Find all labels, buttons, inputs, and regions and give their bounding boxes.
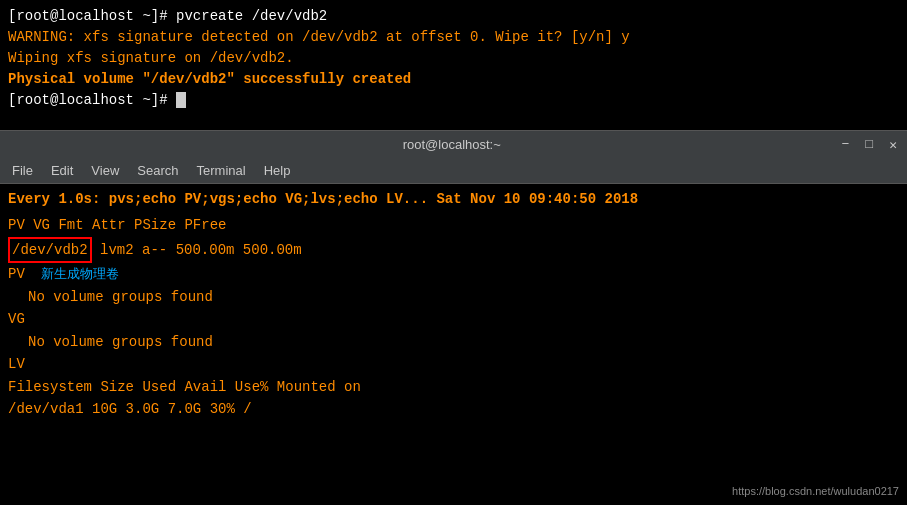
menu-help[interactable]: Help bbox=[256, 161, 299, 180]
menu-terminal[interactable]: Terminal bbox=[189, 161, 254, 180]
window-buttons[interactable]: − □ ✕ bbox=[838, 137, 901, 153]
close-button[interactable]: ✕ bbox=[885, 137, 901, 153]
warning-line-1: WARNING: xfs signature detected on /dev/… bbox=[8, 27, 899, 48]
no-vg-groups: No volume groups found bbox=[28, 331, 899, 353]
pv-annotation: 新生成物理卷 bbox=[41, 267, 119, 282]
top-terminal: [root@localhost ~]# pvcreate /dev/vdb2 W… bbox=[0, 0, 907, 130]
no-pv-groups: No volume groups found bbox=[28, 286, 899, 308]
menu-file[interactable]: File bbox=[4, 161, 41, 180]
bottom-terminal: Every 1.0s: pvs;echo PV;vgs;echo VG;lvs;… bbox=[0, 184, 907, 505]
lv-section-label: LV bbox=[8, 353, 899, 375]
pv-device: /dev/vdb2 bbox=[8, 237, 92, 263]
menu-search[interactable]: Search bbox=[129, 161, 186, 180]
window-title: root@localhost:~ bbox=[66, 137, 838, 152]
cmd-line-1: [root@localhost ~]# pvcreate /dev/vdb2 bbox=[8, 6, 899, 27]
vg-section-label: VG bbox=[8, 308, 899, 330]
window-chrome: root@localhost:~ − □ ✕ bbox=[0, 130, 907, 158]
menu-bar: File Edit View Search Terminal Help bbox=[0, 158, 907, 184]
prompt-line-2: [root@localhost ~]# bbox=[8, 90, 899, 111]
pv-table: PV VG Fmt Attr PSize PFree /dev/vdb2 lvm… bbox=[8, 214, 899, 263]
pv-section-label: PV bbox=[8, 266, 25, 282]
menu-view[interactable]: View bbox=[83, 161, 127, 180]
pv-header-row: PV VG Fmt Attr PSize PFree bbox=[8, 214, 899, 236]
watermark: https://blog.csdn.net/wuludan0217 bbox=[732, 483, 899, 501]
pv-label-row: PV 新生成物理卷 bbox=[8, 263, 899, 286]
minimize-button[interactable]: − bbox=[838, 137, 854, 153]
success-line: Physical volume "/dev/vdb2" successfully… bbox=[8, 69, 899, 90]
fs-row: /dev/vda1 10G 3.0G 7.0G 30% / bbox=[8, 398, 899, 420]
prompt-2: [root@localhost ~]# bbox=[8, 92, 176, 108]
watch-line: Every 1.0s: pvs;echo PV;vgs;echo VG;lvs;… bbox=[8, 188, 899, 210]
warning-line-2: Wiping xfs signature on /dev/vdb2. bbox=[8, 48, 899, 69]
menu-edit[interactable]: Edit bbox=[43, 161, 81, 180]
fs-header: Filesystem Size Used Avail Use% Mounted … bbox=[8, 376, 899, 398]
pv-data-row: /dev/vdb2 lvm2 a-- 500.00m 500.00m bbox=[8, 237, 899, 263]
pv-rest: lvm2 a-- 500.00m 500.00m bbox=[92, 242, 302, 258]
prompt-1: [root@localhost ~]# pvcreate /dev/vdb2 bbox=[8, 8, 327, 24]
cursor bbox=[176, 92, 186, 108]
maximize-button[interactable]: □ bbox=[861, 137, 877, 153]
